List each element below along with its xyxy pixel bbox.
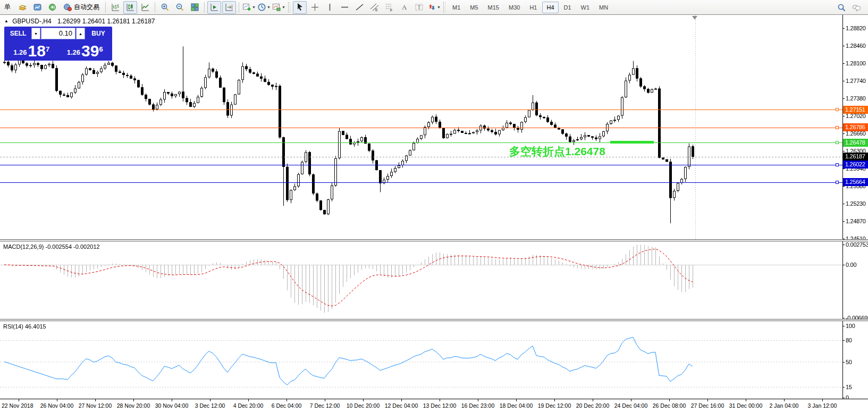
time-axis-tick (401, 399, 402, 401)
timeframe-m15[interactable]: M15 (484, 2, 503, 13)
panel-splitter[interactable] (0, 239, 868, 241)
volume-input[interactable]: 0.10 (41, 28, 75, 39)
toolbar-group-line-studies: EFAT▾ (292, 1, 441, 14)
timeframe-mn[interactable]: MN (595, 2, 612, 13)
timeframe-m1[interactable]: M1 (448, 2, 465, 13)
sell-price[interactable]: 1.26 18 7 (5, 40, 58, 60)
toolbar-separator (239, 2, 239, 13)
new-order-button[interactable]: 单 (1, 1, 14, 14)
horizontal-level-line[interactable] (0, 128, 842, 128)
trendline-button[interactable] (352, 1, 366, 14)
svg-text:F: F (390, 9, 392, 12)
rsi-axis-tick (842, 362, 845, 363)
indicators-button[interactable]: ▾ (242, 1, 256, 14)
time-axis-tick (516, 399, 517, 401)
search-button[interactable] (835, 1, 848, 14)
signals-icon (48, 3, 57, 12)
timeframe-d1[interactable]: D1 (560, 2, 576, 13)
horizontal-level-line[interactable] (0, 110, 842, 110)
chart-shift-button[interactable] (222, 1, 236, 14)
level-price-box: 1.27151 (843, 106, 868, 114)
timeframe-m5[interactable]: M5 (466, 2, 482, 13)
vertical-line-icon (325, 3, 334, 12)
auto-scroll-icon (210, 3, 219, 12)
text-button[interactable]: A (397, 1, 411, 14)
panel-splitter[interactable] (0, 319, 868, 321)
chart-header: ▲ GBPUSD-,H4 1.26299 1.26401 1.26181 1.2… (4, 18, 155, 25)
templates-button[interactable]: ▾ (272, 1, 285, 14)
buy-price-prefix: 1.26 (67, 47, 80, 58)
rsi-canvas[interactable] (0, 321, 842, 399)
level-line-handle[interactable] (836, 108, 839, 111)
equidistant-channel-button[interactable]: E (367, 1, 381, 14)
level-line-handle[interactable] (836, 163, 839, 166)
horizontal-level-line[interactable] (0, 182, 842, 183)
autotrading-button[interactable]: 自动交易 (60, 1, 103, 14)
toolbar-separator (155, 2, 155, 13)
time-axis-tick (746, 399, 746, 401)
horizontal-level-line[interactable] (0, 165, 842, 165)
timeframe-h1[interactable]: H1 (525, 2, 541, 13)
signals-button[interactable] (45, 1, 59, 14)
buy-button[interactable]: BUY (86, 28, 111, 39)
price-axis-tick (842, 204, 845, 204)
level-line-handle[interactable] (836, 141, 839, 144)
level-line-handle[interactable] (836, 181, 839, 184)
highlight-segment[interactable] (610, 141, 654, 144)
arrows-button[interactable]: ▾ (427, 1, 441, 14)
price-axis-label: 1.27740 (846, 78, 868, 84)
line-chart-button[interactable] (138, 1, 152, 14)
mt4-window: 单 自动交易 ▾▾▾ EFAT▾ M1M5M15M30H1H4D1W1MN ▲ … (0, 0, 868, 412)
terminal-button[interactable] (30, 1, 44, 14)
chart-shift-marker[interactable] (692, 16, 697, 20)
cursor-button[interactable] (293, 1, 307, 14)
zoom-in-button[interactable] (158, 1, 172, 14)
price-axis-tick (842, 133, 845, 134)
svg-text:T: T (417, 4, 420, 10)
chat-button[interactable] (849, 1, 863, 14)
timeframe-m30[interactable]: M30 (504, 2, 524, 13)
buy-price[interactable]: 1.26 39 6 (59, 40, 112, 60)
time-axis-tick (554, 399, 555, 401)
zoom-out-button[interactable] (173, 1, 187, 14)
time-axis-label: 26 Nov 04:00 (40, 402, 73, 409)
horizontal-line-icon (340, 3, 349, 12)
macd-canvas[interactable] (0, 241, 842, 319)
bar-chart-button[interactable] (108, 1, 122, 14)
timeframe-w1[interactable]: W1 (577, 2, 594, 13)
bid-price-box: 1.26187 (843, 153, 868, 161)
price-axis-tick (842, 186, 845, 187)
auto-scroll-button[interactable] (207, 1, 221, 14)
sell-button[interactable]: SELL (5, 28, 31, 39)
horizontal-line-button[interactable] (338, 1, 351, 14)
timeframe-h4[interactable]: H4 (542, 2, 558, 13)
sell-price-big: 18 (28, 44, 46, 58)
volume-decrease-button[interactable]: ▼ (31, 28, 40, 39)
timeframe-toolbar: M1M5M15M30H1H4D1W1MN (448, 2, 613, 13)
volume-increase-button[interactable]: ▲ (76, 28, 85, 39)
crosshair-button[interactable] (308, 1, 322, 14)
level-line-handle[interactable] (836, 126, 839, 129)
time-axis-label: 10 Dec 20:00 (347, 402, 380, 409)
line-chart-icon (141, 3, 150, 12)
fibonacci-button[interactable]: F (382, 1, 396, 14)
toolbar-group-right (834, 1, 864, 14)
text-label-button[interactable]: T (412, 1, 426, 14)
candlestick-button[interactable] (123, 1, 137, 14)
collapse-icon[interactable]: ▲ (4, 19, 9, 23)
tile-windows-button[interactable] (188, 1, 201, 14)
profiles-button[interactable] (15, 1, 29, 14)
periods-button[interactable]: ▾ (257, 1, 271, 14)
time-axis-tick (631, 399, 631, 401)
horizontal-level-line[interactable] (0, 142, 842, 143)
level-price-box: 1.25664 (843, 178, 868, 186)
rsi-axis-tick (842, 387, 845, 388)
vertical-line-button[interactable] (323, 1, 336, 14)
buy-price-big: 39 (81, 44, 99, 58)
macd-axis-tick (842, 318, 845, 318)
time-axis-tick (593, 399, 593, 401)
rsi-axis-tick (842, 398, 845, 398)
time-axis-label: 22 Nov 2018 (2, 402, 33, 409)
rsi-axis-tick (842, 340, 845, 341)
time-axis[interactable]: 22 Nov 201826 Nov 04:0027 Nov 12:0028 No… (0, 399, 868, 412)
